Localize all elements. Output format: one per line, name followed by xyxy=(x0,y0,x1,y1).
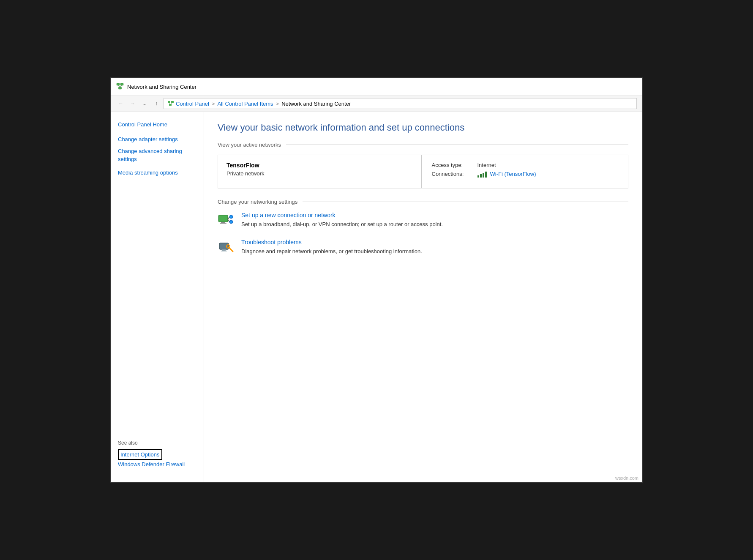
change-settings-header: Change your networking settings xyxy=(218,199,628,205)
wifi-bar-3 xyxy=(483,173,484,178)
internet-options-link[interactable]: Internet Options xyxy=(118,449,162,460)
wifi-bar-1 xyxy=(477,175,479,178)
wifi-signal-icon xyxy=(477,171,487,178)
svg-rect-2 xyxy=(119,87,122,89)
network-left-panel: TensorFlow Private network xyxy=(218,155,422,188)
setup-connection-item: Set up a new connection or network Set u… xyxy=(218,212,628,229)
svg-rect-6 xyxy=(171,101,174,103)
forward-button[interactable]: → xyxy=(128,99,137,108)
troubleshoot-text: Troubleshoot problems Diagnose and repai… xyxy=(241,239,422,255)
windows-defender-firewall-link[interactable]: Windows Defender Firewall xyxy=(118,460,197,469)
page-title: View your basic network information and … xyxy=(218,122,628,133)
svg-rect-17 xyxy=(219,243,229,249)
main-area: Control Panel Home Change adapter settin… xyxy=(111,112,642,482)
sep2: > xyxy=(276,101,279,107)
breadcrumb-current: Network and Sharing Center xyxy=(281,101,351,107)
access-type-label: Access type: xyxy=(432,162,474,168)
sidebar-item-media-streaming[interactable]: Media streaming options xyxy=(111,167,204,179)
svg-line-3 xyxy=(118,85,120,87)
watermark: wsxdn.com xyxy=(615,475,638,481)
svg-rect-19 xyxy=(222,249,226,251)
sidebar-item-control-panel-home[interactable]: Control Panel Home xyxy=(111,119,204,131)
up-button[interactable]: ↑ xyxy=(152,99,161,108)
troubleshoot-item: Troubleshoot problems Diagnose and repai… xyxy=(218,239,628,256)
window-title: Network and Sharing Center xyxy=(127,84,196,90)
svg-rect-5 xyxy=(168,101,170,103)
svg-line-16 xyxy=(228,219,229,222)
setup-connection-icon xyxy=(218,212,235,229)
active-networks-header: View your active networks xyxy=(218,142,628,148)
network-right-panel: Access type: Internet Connections: Wi-Fi… xyxy=(422,155,628,188)
wifi-bar-2 xyxy=(480,174,482,178)
connections-row: Connections: Wi-Fi (TensorFlow) xyxy=(432,171,618,178)
see-also-label: See also xyxy=(118,440,197,446)
network-name: TensorFlow xyxy=(226,162,413,169)
active-networks-divider xyxy=(286,145,628,145)
svg-line-4 xyxy=(120,85,122,87)
breadcrumb-all-items[interactable]: All Control Panel Items xyxy=(217,101,273,107)
wifi-connection-link[interactable]: Wi-Fi (TensorFlow) xyxy=(490,171,536,177)
address-path: Control Panel > All Control Panel Items … xyxy=(164,98,637,109)
wifi-bar-4 xyxy=(485,172,487,178)
svg-line-15 xyxy=(228,217,229,219)
dropdown-button[interactable]: ⌄ xyxy=(140,99,149,108)
troubleshoot-link[interactable]: Troubleshoot problems xyxy=(241,239,422,246)
sidebar-bottom: See also Internet Options Windows Defend… xyxy=(111,433,204,475)
sidebar-item-change-advanced-sharing[interactable]: Change advanced sharing settings xyxy=(111,145,204,167)
breadcrumb-control-panel[interactable]: Control Panel xyxy=(176,101,209,107)
svg-line-9 xyxy=(171,103,173,104)
title-bar: Network and Sharing Center xyxy=(111,78,642,96)
network-sharing-icon xyxy=(116,83,124,90)
access-type-value: Internet xyxy=(477,162,496,168)
sep1: > xyxy=(212,101,215,107)
svg-line-8 xyxy=(169,103,170,104)
setup-connection-link[interactable]: Set up a new connection or network xyxy=(241,212,443,219)
svg-rect-10 xyxy=(218,215,228,222)
change-settings-divider xyxy=(303,202,628,202)
active-networks-label: View your active networks xyxy=(218,142,281,148)
svg-rect-20 xyxy=(221,251,227,251)
connections-label: Connections: xyxy=(432,171,474,177)
window: Network and Sharing Center ← → ⌄ ↑ Contr… xyxy=(110,77,643,483)
svg-point-13 xyxy=(229,215,233,219)
sidebar-item-change-adapter-settings[interactable]: Change adapter settings xyxy=(111,134,204,145)
setup-connection-text: Set up a new connection or network Set u… xyxy=(241,212,443,228)
svg-rect-1 xyxy=(120,83,123,85)
svg-rect-7 xyxy=(169,104,172,106)
change-settings-label: Change your networking settings xyxy=(218,199,297,205)
troubleshoot-desc: Diagnose and repair network problems, or… xyxy=(241,248,422,254)
troubleshoot-icon xyxy=(218,239,235,256)
network-info-box: TensorFlow Private network Access type: … xyxy=(218,155,628,188)
svg-rect-0 xyxy=(117,83,120,85)
svg-point-14 xyxy=(229,220,233,224)
address-bar: ← → ⌄ ↑ Control Panel > All Control Pane… xyxy=(111,96,642,112)
content-area: View your basic network information and … xyxy=(204,112,642,482)
network-type: Private network xyxy=(226,170,413,177)
svg-rect-12 xyxy=(220,223,226,224)
setup-connection-desc: Set up a broadband, dial-up, or VPN conn… xyxy=(241,221,443,227)
sidebar: Control Panel Home Change adapter settin… xyxy=(111,112,204,482)
access-type-row: Access type: Internet xyxy=(432,162,618,168)
back-button[interactable]: ← xyxy=(116,99,126,108)
address-icon xyxy=(167,100,174,107)
svg-rect-11 xyxy=(221,222,225,223)
